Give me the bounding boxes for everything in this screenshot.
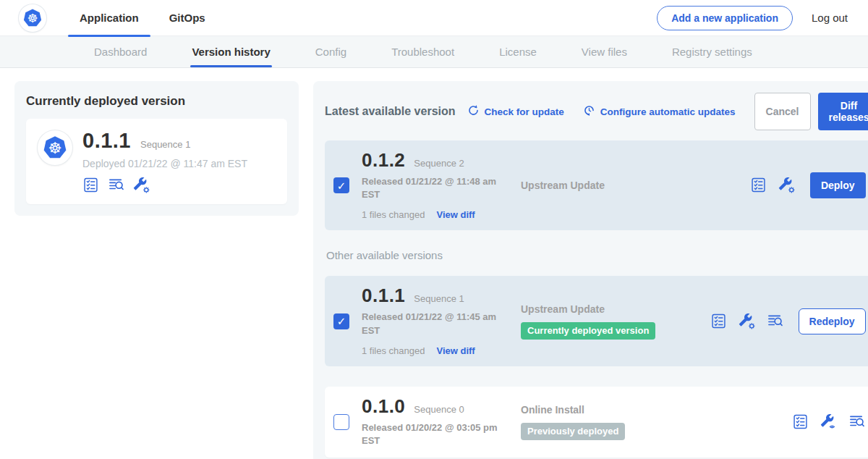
status-badge: Currently deployed version [521,322,655,340]
version-card-0.1.2: ✓ 0.1.2 Sequence 2 Released 01/21/22 @ 1… [325,140,868,230]
preflight-checks-icon[interactable] [750,177,767,194]
preflight-checks-icon[interactable] [792,413,809,431]
top-tabs: ApplicationGitOps [68,0,224,36]
version-select-checkbox[interactable] [333,414,349,430]
deployed-sequence-label: Sequence 1 [140,139,190,150]
subnav-item-troubleshoot[interactable]: Troubleshoot [391,36,454,67]
deployed-timestamp: Deployed 01/21/22 @ 11:47 am EST [82,158,247,169]
preflight-checks-icon[interactable] [710,313,728,330]
version-source-label: Online Install [521,404,785,416]
subnav-item-config[interactable]: Config [315,36,346,67]
files-changed-label: 1 files changed [362,209,425,220]
add-application-button[interactable]: Add a new application [657,6,793,30]
logout-button[interactable]: Log out [812,12,848,24]
diff-releases-button[interactable]: Diff releases [818,93,868,130]
released-timestamp: Released 01/21/22 @ 11:48 am EST [362,175,498,201]
top-tab-gitops[interactable]: GitOps [158,0,217,36]
deploy-logs-icon[interactable] [848,413,866,431]
config-icon[interactable] [778,177,796,194]
schedule-update-icon [583,104,595,119]
redeploy-button[interactable]: Redeploy [799,308,866,334]
subnav-item-license[interactable]: License [499,36,537,67]
sequence-label: Sequence 2 [414,158,464,169]
files-changed-label: 1 files changed [362,345,425,356]
deploy-logs-icon[interactable] [767,313,784,330]
config-icon[interactable] [133,177,150,194]
version-card-0.1.0: 0.1.0 Sequence 0 Released 01/20/22 @ 03:… [325,387,868,458]
deployed-version-card: ☸ 0.1.1 Sequence 1 Deployed 01/21/22 @ 1… [26,119,287,204]
config-icon[interactable] [739,313,756,330]
check-icon: ✓ [333,313,349,329]
subnav-item-registry-settings[interactable]: Registry settings [672,36,752,67]
subnav-item-view-files[interactable]: View files [582,36,627,67]
subnav-item-dashboard[interactable]: Dashboard [94,36,147,67]
version-card-0.1.1: ✓ 0.1.1 Sequence 1 Released 01/21/22 @ 1… [325,276,868,366]
other-versions-title: Other available versions [326,249,868,261]
check-icon: ✓ [333,177,349,193]
version-select-checkbox[interactable]: ✓ [333,313,349,329]
status-badge: Previously deployed [521,423,625,440]
sequence-label: Sequence 1 [414,293,464,304]
latest-version-title: Latest available version [325,105,456,118]
kubernetes-logo-icon: ☸ [19,4,46,32]
deploy-logs-icon[interactable] [108,177,125,194]
main-content: Currently deployed version ☸ 0.1.1 Seque… [0,68,868,459]
configure-auto-updates-link[interactable]: Configure automatic updates [583,104,736,119]
sequence-label: Sequence 0 [414,404,464,415]
app-kubernetes-icon: ☸ [38,130,72,165]
currently-deployed-panel: Currently deployed version ☸ 0.1.1 Seque… [14,81,299,216]
version-number: 0.1.1 [362,286,405,305]
version-number: 0.1.0 [362,397,405,416]
version-number: 0.1.2 [362,151,405,169]
released-timestamp: Released 01/20/22 @ 03:05 pm EST [362,421,498,447]
version-source-label: Upstream Update [521,303,703,315]
deployed-version-number: 0.1.1 [82,130,131,151]
top-tab-application[interactable]: Application [68,0,150,36]
view-diff-link[interactable]: View diff [436,209,475,220]
subnav-item-version-history[interactable]: Version history [192,36,270,67]
app-subnav: DashboardVersion historyConfigTroublesho… [0,36,868,68]
config-view-icon[interactable] [820,413,838,431]
version-history-panel: Latest available version Check for updat… [313,81,868,459]
cancel-button[interactable]: Cancel [754,93,811,130]
refresh-icon [467,104,480,119]
view-diff-link[interactable]: View diff [436,345,475,356]
released-timestamp: Released 01/21/22 @ 11:45 am EST [362,311,498,337]
check-for-update-link[interactable]: Check for update [467,104,564,119]
deploy-button[interactable]: Deploy [810,172,866,198]
deployed-panel-title: Currently deployed version [26,94,287,109]
svg-text:☸: ☸ [27,11,38,25]
svg-text:☸: ☸ [48,139,61,157]
version-source-label: Upstream Update [521,180,743,191]
top-header: ☸ ApplicationGitOps Add a new applicatio… [0,0,868,36]
version-select-checkbox[interactable]: ✓ [333,177,349,193]
preflight-checks-icon[interactable] [82,177,100,194]
